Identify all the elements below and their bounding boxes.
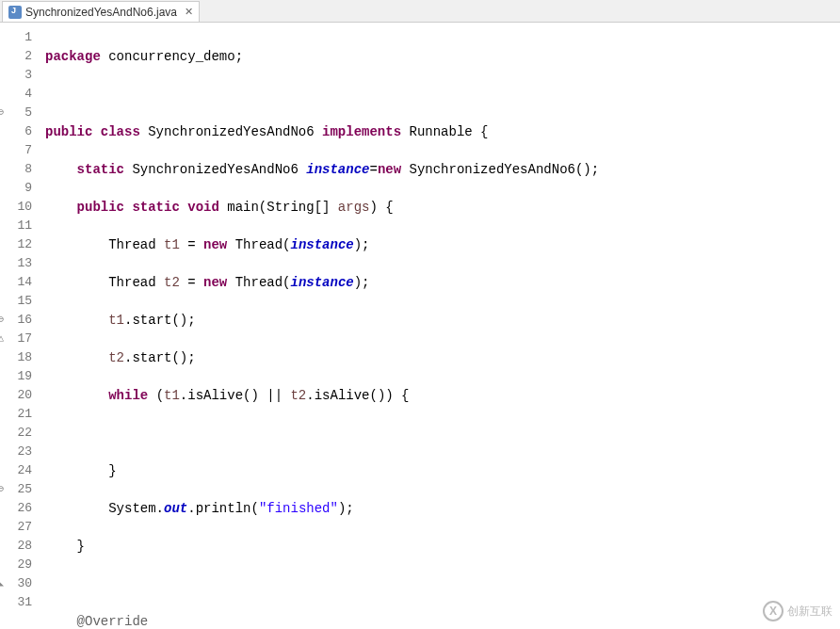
line-number: 24: [0, 461, 32, 480]
task-marker-icon: ◣: [0, 574, 4, 593]
line-number: 21: [0, 405, 32, 424]
line-number: 23: [0, 443, 32, 461]
line-number: 27: [0, 518, 32, 537]
tab-bar: SynchronizedYesAndNo6.java ✕: [0, 0, 840, 23]
line-number: 6: [0, 122, 32, 141]
line-number: ⊖5: [0, 104, 32, 122]
line-number: 18: [0, 348, 32, 367]
fold-icon[interactable]: ⊖: [0, 104, 4, 122]
tab-filename-label: SynchronizedYesAndNo6.java: [25, 6, 177, 19]
line-number: 26: [0, 499, 32, 518]
line-number: [0, 612, 32, 629]
line-number: 15: [0, 292, 32, 311]
fold-icon[interactable]: ⊖: [0, 311, 4, 330]
line-number: 20: [0, 386, 32, 405]
close-tab-icon[interactable]: ✕: [181, 6, 193, 18]
line-number: 8: [0, 160, 32, 179]
watermark: X 创新互联: [763, 601, 832, 621]
line-number: 13: [0, 254, 32, 273]
line-number: 14: [0, 273, 32, 292]
line-number: 22: [0, 424, 32, 443]
line-number: 10: [0, 198, 32, 217]
line-number: ◣30: [0, 574, 32, 593]
line-number: ⊖25: [0, 480, 32, 499]
line-number: 28: [0, 537, 32, 556]
line-number: △17: [0, 330, 32, 348]
line-number: 31: [0, 593, 32, 612]
line-number: 4: [0, 85, 32, 104]
editor-tab[interactable]: SynchronizedYesAndNo6.java ✕: [2, 1, 200, 22]
line-number: 7: [0, 141, 32, 160]
line-number: 1: [0, 28, 32, 47]
line-number: 3: [0, 66, 32, 85]
code-area[interactable]: package concurrency_demo; public class S…: [38, 23, 840, 629]
line-number: 19: [0, 367, 32, 386]
line-number: 11: [0, 217, 32, 235]
java-file-icon: [8, 6, 22, 19]
line-number: 29: [0, 556, 32, 574]
line-number: 9: [0, 179, 32, 198]
watermark-text: 创新互联: [787, 602, 832, 621]
override-marker-icon: △: [0, 330, 4, 348]
line-number-gutter: 1 2 3 4 ⊖5 6 7 8 9 10 11 12 13 14 15 ⊖16…: [0, 23, 38, 629]
fold-icon[interactable]: ⊖: [0, 480, 4, 499]
editor: 1 2 3 4 ⊖5 6 7 8 9 10 11 12 13 14 15 ⊖16…: [0, 23, 840, 629]
line-number: ⊖16: [0, 311, 32, 330]
line-number: 12: [0, 235, 32, 254]
watermark-icon: X: [763, 601, 783, 621]
line-number: 2: [0, 47, 32, 66]
